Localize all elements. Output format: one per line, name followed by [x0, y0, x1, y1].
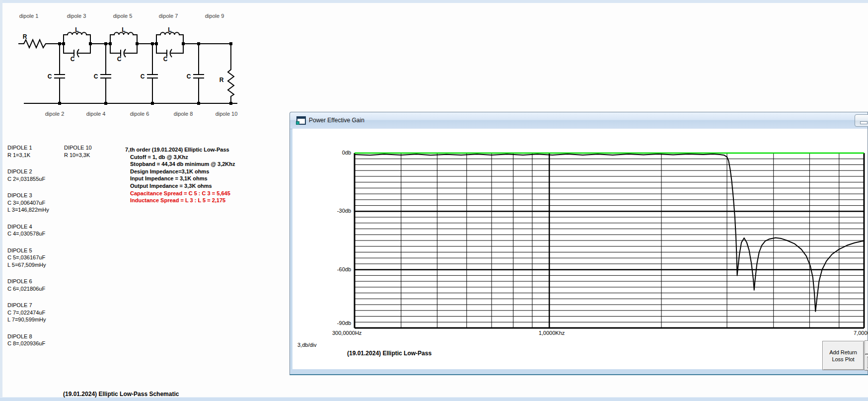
dipole-label: dipole 9: [205, 13, 224, 19]
dipole-value: R 10=3,3K: [64, 152, 92, 159]
component-list-column2: DIPOLE 10 R 10=3,3K: [64, 144, 92, 168]
dipole-value: L 5=67,509mHy: [7, 261, 49, 269]
inductor-letter: L: [168, 26, 171, 33]
dipole-entry: DIPOLE 10 R 10=3,3K: [64, 144, 92, 159]
filter-description: 7,th order (19.01.2024) Elliptic Low-Pas…: [125, 146, 235, 204]
dipole-entry: DIPOLE 2 C 2=,031855uF: [7, 168, 49, 182]
right-cutoff-button[interactable]: F: [865, 340, 868, 354]
y-axis-label: -30db: [322, 208, 351, 214]
dipole-value: L 3=146,822mHy: [7, 206, 49, 214]
page-border-top: [0, 0, 868, 3]
capacitor-letter: C: [141, 73, 145, 80]
dipole-value: C 3=,006407uF: [7, 199, 49, 207]
component-list-column1: DIPOLE 1 R 1=3,1K DIPOLE 2 C 2=,031855uF…: [7, 144, 49, 357]
dipole-value: C 5=,036167uF: [7, 254, 49, 261]
dipole-title: DIPOLE 2: [7, 168, 49, 175]
filter-spec: Input Impedance = 3,1K ohms: [125, 175, 235, 182]
dipole-title: DIPOLE 4: [7, 223, 49, 231]
dipole-label: dipole 7: [159, 13, 178, 19]
inductor-letter: L: [75, 26, 78, 33]
dipole-entry: DIPOLE 5 C 5=,036167uF L 5=67,509mHy: [7, 247, 49, 269]
filter-spec: Output Impedance = 3,3K ohms: [125, 182, 235, 190]
dipole-entry: DIPOLE 8 C 8=,020936uF: [7, 333, 49, 347]
dipole-title: DIPOLE 8: [7, 333, 49, 340]
dipole-value: C 7=,022474uF: [7, 309, 49, 317]
dipole-label: dipole 6: [130, 111, 149, 117]
right-cutoff-control[interactable]: [865, 354, 868, 371]
resistor-letter: R: [23, 33, 27, 40]
dipole-value: R 1=3,1K: [7, 152, 49, 159]
dipole-title: DIPOLE 1: [7, 144, 49, 152]
plot-caption: (19.01.2024) Elliptic Low-Pass: [347, 350, 432, 357]
capacitor-letter: C: [48, 73, 52, 80]
connection-posts: [58, 42, 232, 105]
window-form-icon: [296, 116, 306, 125]
capacitor-letter: C: [71, 56, 75, 63]
dipole-entry: DIPOLE 4 C 4=,030578uF: [7, 223, 49, 238]
tank-capacitor: [64, 44, 90, 57]
tank-inductor: [64, 32, 90, 44]
dipole-entry: DIPOLE 7 C 7=,022474uF L 7=90,599mHy: [7, 302, 49, 323]
window-title: Power Effective Gain: [309, 117, 364, 124]
tank-capacitor: [156, 44, 183, 57]
dipole-label: dipole 8: [174, 111, 193, 117]
dipole-title: DIPOLE 7: [7, 302, 49, 309]
y-axis-label: -60db: [322, 266, 351, 272]
tank-inductor: [110, 32, 137, 44]
add-return-loss-plot-button[interactable]: Add Return Loss Plot: [822, 341, 864, 370]
dipole-title: DIPOLE 5: [7, 247, 49, 254]
shunt-capacitor: [193, 44, 204, 103]
plot-client-area: 0db -30db -60db -90db 300,0000Hz 1,0000K…: [292, 129, 868, 369]
dipole-value: C 2=,031855uF: [7, 175, 49, 183]
page-border-left: [0, 0, 2, 401]
capacitor-letter: C: [163, 56, 168, 63]
dipole-value: C 6=,021806uF: [7, 285, 49, 293]
dipole-label: dipole 10: [216, 111, 238, 117]
dipole-value: C 4=,030578uF: [7, 230, 49, 238]
resistor-letter: R: [219, 77, 224, 83]
series-resistor: [18, 40, 64, 48]
inductance-spread: Inductance Spread = L 3 : L 5 = 2,175: [125, 197, 235, 204]
y-axis-label: 0db: [322, 150, 351, 156]
x-axis-label: 7,0000Khz: [854, 330, 868, 336]
dipole-value: C 8=,020936uF: [7, 340, 49, 347]
capacitor-letter: C: [94, 73, 98, 80]
db-per-div-label: 3,db/div: [297, 342, 317, 348]
tank-inductor: [156, 32, 183, 44]
dipole-label: dipole 4: [86, 111, 106, 117]
y-axis-label: -90db: [322, 320, 351, 326]
window-titlebar[interactable]: Power Effective Gain: [290, 112, 868, 129]
dipole-value: L 7=90,599mHy: [7, 316, 49, 323]
inductor-letter: L: [122, 26, 125, 33]
schematic-drawing: dipole 1 dipole 3 dipole 5 dipole 7 dipo…: [9, 9, 247, 118]
load-resistor: [228, 44, 234, 103]
dipole-title: DIPOLE 10: [64, 144, 92, 152]
dipole-entry: DIPOLE 3 C 3=,006407uF L 3=146,822mHy: [7, 192, 49, 214]
capacitor-letter: C: [187, 73, 191, 80]
power-effective-gain-window: Power Effective Gain 0db -30db -60db -90…: [289, 112, 868, 375]
gain-plot: [354, 152, 865, 329]
dipole-label: dipole 5: [113, 13, 133, 19]
filter-spec: Design Impedance=3,1K ohms: [125, 168, 235, 175]
dipole-label: dipole 1: [19, 13, 39, 19]
capacitor-letter: C: [117, 56, 122, 63]
x-axis-label: 1,0000Khz: [532, 330, 572, 336]
tank-capacitor: [110, 44, 137, 57]
dipole-entry: DIPOLE 6 C 6=,021806uF: [7, 278, 49, 292]
x-axis-label: 300,0000Hz: [332, 330, 362, 336]
dipole-label: dipole 3: [67, 13, 86, 19]
filter-spec: Stopband = 44,34 db minimum @ 3,2Khz: [125, 160, 235, 168]
dipole-label: dipole 2: [45, 111, 65, 117]
minimize-icon: [860, 121, 868, 124]
dipole-title: DIPOLE 6: [7, 278, 49, 285]
dipole-entry: DIPOLE 1 R 1=3,1K: [7, 144, 49, 159]
page-border-bottom: [0, 397, 868, 401]
shunt-capacitor: [100, 44, 111, 103]
filter-spec: Cutoff = 1, db @ 3,Khz: [125, 154, 235, 161]
minimize-button[interactable]: [855, 114, 868, 127]
filter-title: 7,th order (19.01.2024) Elliptic Low-Pas…: [125, 146, 235, 154]
capacitance-spread: Capacitance Spread = C 5 : C 3 = 5,645: [125, 190, 235, 197]
schematic-caption: (19.01.2024) Elliptic Low-Pass Schematic: [63, 391, 179, 398]
dipole-title: DIPOLE 3: [7, 192, 49, 199]
